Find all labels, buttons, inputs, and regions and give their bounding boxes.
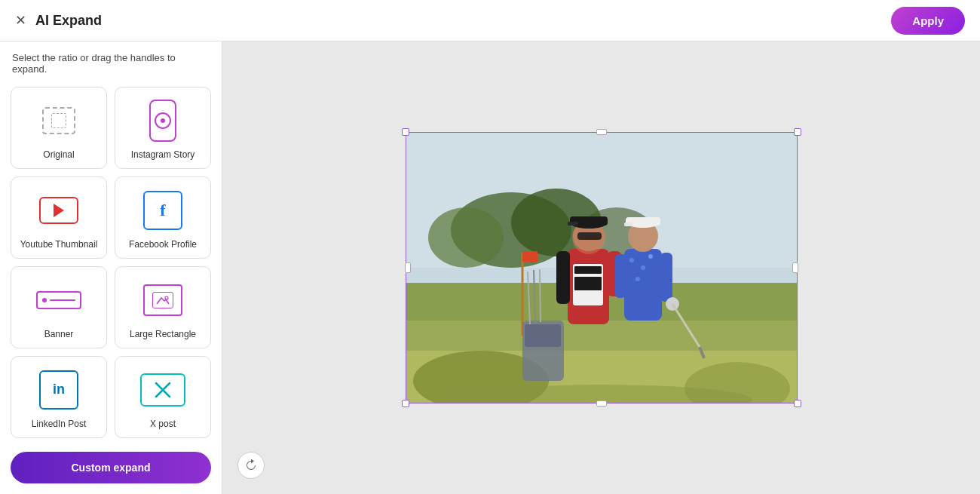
svg-rect-25 [568,222,578,226]
ratio-card-label-instagram: Instagram Story [131,149,195,160]
image-container[interactable] [406,132,798,403]
reset-button[interactable] [237,452,265,479]
header: ✕ AI Expand Apply [0,0,980,41]
ratio-card-label-large-rect: Large Rectangle [130,329,196,339]
ratio-card-label-youtube: Youtube Thumbnail [20,239,98,250]
main-area: Select the ratio or drag the handles to … [0,41,980,494]
ratio-card-label-original: Original [43,149,74,160]
ratio-card-label-xpost: X post [150,419,176,429]
handle-top-left[interactable] [402,128,409,136]
ratio-card-large-rect[interactable]: Large Rectangle [115,266,211,348]
golf-image [406,132,798,403]
ratio-card-xpost[interactable]: X post [115,356,211,438]
reset-icon [245,459,257,471]
original-icon [42,107,75,134]
ratio-card-label-linkedin: LinkedIn Post [32,419,87,429]
svg-rect-39 [525,324,561,347]
svg-rect-37 [624,222,633,226]
ratio-card-youtube[interactable]: Youtube Thumbnail [11,176,107,259]
ratio-card-facebook[interactable]: f Facebook Profile [115,176,211,259]
large-rect-icon-box [140,278,185,323]
apply-button[interactable]: Apply [891,7,965,35]
svg-point-27 [629,258,634,262]
canvas-area [222,41,980,494]
ratio-card-label-banner: Banner [44,329,74,339]
svg-point-30 [648,254,653,259]
handle-bottom-left[interactable] [402,400,409,407]
ratio-card-linkedin[interactable]: in LinkedIn Post [11,356,107,438]
header-left: ✕ AI Expand [15,13,102,29]
svg-point-29 [635,277,640,281]
ratio-card-banner[interactable]: Banner [11,266,107,348]
header-title: AI Expand [35,13,102,29]
instagram-icon-box [140,98,185,143]
banner-icon-box [36,278,81,323]
facebook-icon-box: f [140,188,185,233]
x-logo-icon [155,382,171,398]
banner-line [50,299,75,301]
custom-expand-button[interactable]: Custom expand [11,452,211,483]
large-rect-icon [143,284,182,316]
banner-icon [36,291,81,309]
linkedin-icon-box: in [36,367,81,413]
xpost-icon [140,373,185,407]
ratio-card-instagram-story[interactable]: Instagram Story [115,87,211,169]
handle-top-center[interactable] [596,129,607,135]
instagram-icon [149,100,176,142]
instagram-inner [155,112,171,129]
golf-scene-svg [406,132,798,403]
handle-bottom-right[interactable] [794,400,801,407]
svg-rect-31 [660,253,672,302]
svg-point-28 [641,265,645,270]
svg-rect-32 [615,254,626,298]
svg-point-0 [165,296,168,299]
youtube-icon [39,197,78,224]
svg-rect-13 [522,251,537,262]
ratio-card-original[interactable]: Original [11,87,107,169]
sidebar-hint: Select the ratio or drag the handles to … [0,41,222,81]
youtube-icon-box [36,188,81,233]
mountain-icon [155,295,170,305]
facebook-icon: f [143,191,182,230]
original-icon-box [36,98,81,143]
handle-right-center[interactable] [792,262,798,273]
svg-line-42 [540,269,541,322]
ratio-card-label-facebook: Facebook Profile [129,239,197,250]
linkedin-icon: in [39,370,78,410]
youtube-play-icon [54,204,64,217]
banner-dot [42,298,47,302]
handle-left-center[interactable] [405,262,411,273]
svg-rect-16 [574,266,602,274]
svg-rect-17 [574,277,602,290]
handle-bottom-center[interactable] [596,400,607,407]
close-icon[interactable]: ✕ [15,14,26,27]
sidebar: Select the ratio or drag the handles to … [0,41,222,494]
large-rect-inner [152,292,173,308]
handle-top-right[interactable] [794,128,801,136]
svg-rect-18 [556,251,570,304]
xpost-icon-box [140,367,185,413]
svg-point-5 [428,207,504,268]
svg-rect-22 [577,232,602,240]
ratio-grid: Original Instagram Story Youtube T [0,81,222,444]
